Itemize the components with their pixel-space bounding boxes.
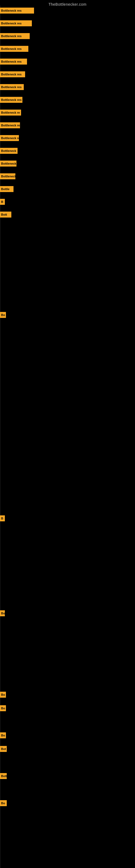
- bottleneck-bar[interactable]: Bottleneck res: [0, 33, 30, 39]
- axis-line: [0, 5, 0, 868]
- bottleneck-bar[interactable]: Bott: [0, 212, 11, 218]
- bottleneck-bar[interactable]: Bottleneck res: [0, 59, 27, 65]
- bottleneck-bar[interactable]: Bottleneck re: [0, 110, 21, 116]
- bottleneck-bar[interactable]: Bottleneck re: [0, 122, 20, 128]
- bottleneck-bar[interactable]: Bottleneck c: [0, 161, 16, 166]
- bottleneck-bar[interactable]: B: [0, 516, 5, 521]
- bottleneck-bar[interactable]: Bottleneck res: [0, 8, 34, 13]
- bottleneck-bar[interactable]: Bottleneck res: [0, 71, 25, 77]
- bottleneck-bar[interactable]: Bottleneck res: [0, 97, 22, 103]
- bottleneck-bar[interactable]: Bot: [0, 746, 7, 752]
- bottleneck-bar[interactable]: Bo: [0, 733, 6, 738]
- bottleneck-bar[interactable]: Bottleneck res: [0, 20, 32, 26]
- bottleneck-bar[interactable]: Bottle: [0, 186, 13, 192]
- bottleneck-bar[interactable]: Bo: [0, 800, 7, 806]
- bottleneck-bar[interactable]: Bottleneck re: [0, 135, 19, 141]
- bottleneck-bar[interactable]: Bottleneck: [0, 173, 15, 179]
- site-title: TheBottlenecker.com: [0, 0, 135, 8]
- bottleneck-bar[interactable]: Bo: [0, 312, 6, 318]
- bottleneck-bar[interactable]: Bo: [0, 692, 6, 698]
- chart-area: TheBottlenecker.com Bottleneck resBottle…: [0, 0, 135, 868]
- bottleneck-bar[interactable]: Bottleneck res: [0, 84, 24, 90]
- bottleneck-bar[interactable]: Bo: [0, 705, 6, 711]
- bottleneck-bar[interactable]: Bo: [0, 610, 5, 616]
- bottleneck-bar[interactable]: Bottleneck: [0, 148, 17, 154]
- bottleneck-bar[interactable]: B: [0, 199, 5, 205]
- bottleneck-bar[interactable]: Bott: [0, 773, 7, 779]
- bottleneck-bar[interactable]: Bottleneck res: [0, 46, 28, 52]
